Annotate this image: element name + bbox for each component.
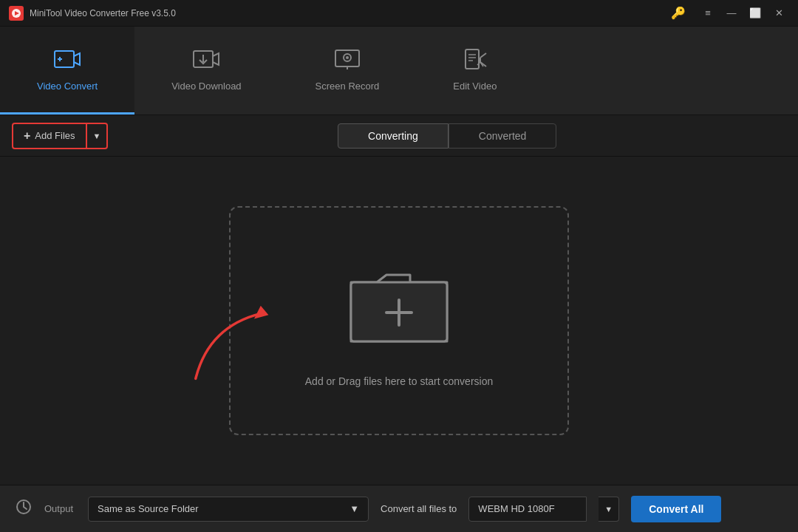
svg-rect-2 <box>55 51 74 67</box>
video-convert-icon <box>53 47 81 75</box>
title-bar: MiniTool Video Converter Free v3.5.0 🔑 ≡… <box>0 0 798 27</box>
output-dropdown-arrow-icon: ▼ <box>349 503 359 514</box>
format-value: WEBM HD 1080F <box>478 503 554 514</box>
close-button[interactable]: ✕ <box>768 6 789 21</box>
menu-button[interactable]: ≡ <box>698 6 718 21</box>
tab-converted[interactable]: Converted <box>449 123 557 149</box>
nav-label-screen-record: Screen Record <box>316 81 380 92</box>
folder-add-icon <box>336 254 462 358</box>
tab-converting[interactable]: Converting <box>338 123 449 149</box>
nav-item-video-convert[interactable]: Video Convert <box>0 27 134 115</box>
folder-icon-wrap <box>336 254 462 361</box>
main-content: Add or Drag files here to start conversi… <box>0 157 798 485</box>
nav-item-screen-record[interactable]: Screen Record <box>279 27 417 115</box>
nav-bar: Video Convert Video Download Screen Reco… <box>0 27 798 115</box>
format-dropdown-arrow[interactable]: ▼ <box>598 497 619 522</box>
output-label: Output <box>44 503 73 514</box>
maximize-button[interactable]: ⬜ <box>745 6 765 21</box>
tab-area: Converting Converted <box>108 123 786 149</box>
add-files-plus-icon: + <box>24 129 30 143</box>
nav-label-video-download: Video Download <box>171 81 241 92</box>
output-path-value: Same as Source Folder <box>98 503 199 514</box>
key-icon-button[interactable]: 🔑 <box>671 6 686 20</box>
drop-zone-hint: Add or Drag files here to start conversi… <box>305 375 493 387</box>
video-download-icon <box>192 47 220 75</box>
screen-record-icon <box>333 47 361 75</box>
app-logo <box>9 6 24 21</box>
drop-zone[interactable]: Add or Drag files here to start conversi… <box>229 206 569 435</box>
svg-point-11 <box>346 56 349 59</box>
add-files-dropdown-arrow[interactable]: ▼ <box>87 123 109 149</box>
output-path-dropdown[interactable]: Same as Source Folder ▼ <box>88 497 369 522</box>
edit-video-icon <box>461 47 489 75</box>
add-files-label: Add Files <box>35 130 75 141</box>
nav-label-video-convert: Video Convert <box>37 81 98 92</box>
svg-line-16 <box>480 53 486 58</box>
minimize-button[interactable]: — <box>721 6 742 21</box>
add-files-button[interactable]: + Add Files <box>12 123 87 149</box>
format-chevron-icon: ▼ <box>604 505 613 514</box>
convert-all-button[interactable]: Convert All <box>631 496 721 522</box>
dropdown-chevron-icon: ▼ <box>93 132 101 140</box>
nav-item-video-download[interactable]: Video Download <box>134 27 278 115</box>
drag-arrow-icon <box>157 260 319 393</box>
convert-all-files-label: Convert all files to <box>381 503 457 514</box>
title-controls: ≡ — ⬜ ✕ <box>698 6 789 21</box>
output-clock-icon <box>15 498 33 520</box>
nav-label-edit-video: Edit Video <box>453 81 497 92</box>
format-dropdown[interactable]: WEBM HD 1080F <box>468 497 587 522</box>
svg-rect-12 <box>466 50 479 69</box>
svg-marker-19 <box>254 306 268 319</box>
nav-item-edit-video[interactable]: Edit Video <box>416 27 533 115</box>
toolbar: + Add Files ▼ Converting Converted <box>0 115 798 157</box>
bottom-bar: Output Same as Source Folder ▼ Convert a… <box>0 485 798 532</box>
title-text: MiniTool Video Converter Free v3.5.0 <box>30 8 665 18</box>
